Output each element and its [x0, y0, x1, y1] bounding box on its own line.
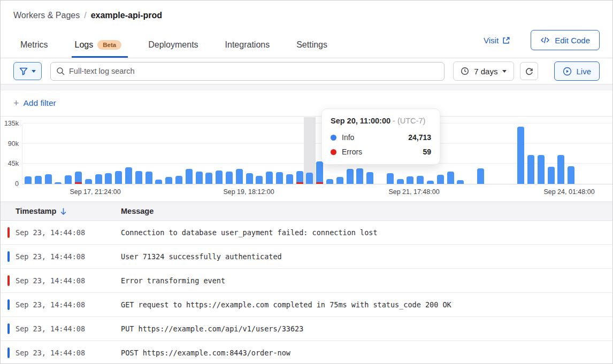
chart-bar[interactable]	[568, 166, 574, 184]
x-axis-label: Sep 24, 01:48:00	[543, 188, 594, 196]
breadcrumb-separator: /	[84, 11, 86, 20]
chart-bar[interactable]	[266, 172, 273, 184]
plus-icon: +	[13, 98, 19, 109]
log-timestamp: Sep 23, 14:44:08	[16, 252, 121, 261]
search-icon	[56, 67, 65, 76]
chart-bar[interactable]	[538, 155, 545, 184]
chart-bar[interactable]	[135, 171, 142, 184]
gridline	[22, 123, 612, 123]
chart-bar[interactable]	[226, 172, 233, 184]
chart-bar[interactable]	[286, 174, 293, 184]
chart-bar[interactable]	[387, 173, 394, 184]
chart-bar[interactable]	[256, 176, 263, 184]
chart-bar[interactable]	[115, 171, 122, 184]
log-timestamp: Sep 23, 14:44:08	[16, 348, 121, 357]
chart-plot: Sep 17, 21:24:00Sep 19, 18:12:00Sep 21, …	[22, 124, 612, 184]
info-level-indicator	[7, 323, 10, 334]
chart-bar[interactable]	[447, 172, 454, 184]
log-table-row[interactable]: Sep 23, 14:44:08User 71324 successfully …	[1, 245, 612, 269]
chart-bar[interactable]	[316, 161, 323, 184]
tooltip-series-value: 59	[423, 148, 431, 156]
chart-bar[interactable]	[196, 172, 203, 184]
chart-bar[interactable]	[517, 127, 524, 184]
filter-menu-button[interactable]	[13, 62, 42, 80]
chart-bar[interactable]	[527, 155, 534, 184]
chart-bar[interactable]	[95, 174, 102, 184]
breadcrumb: Workers & Pages / example-api-prod	[13, 1, 600, 20]
chart-bar[interactable]	[246, 173, 253, 184]
chart-bar[interactable]	[75, 172, 82, 184]
search-input[interactable]	[50, 62, 445, 81]
visit-link[interactable]: Visit	[484, 36, 510, 45]
log-message: User 71324 successfully authenticated	[121, 252, 612, 261]
log-timestamp: Sep 23, 14:44:08	[16, 300, 121, 309]
tab-deployments[interactable]: Deployments	[147, 35, 199, 58]
chart-bar[interactable]	[557, 155, 564, 184]
chart-bar[interactable]	[336, 177, 343, 184]
chart-bar[interactable]	[216, 171, 223, 184]
chart-bar[interactable]	[175, 176, 182, 184]
chart-bar[interactable]	[25, 176, 32, 184]
chart-bar[interactable]	[548, 167, 555, 184]
edit-code-button[interactable]: Edit Code	[531, 30, 600, 50]
refresh-icon	[525, 67, 534, 76]
filter-row: + Add filter	[1, 90, 612, 117]
chart-bar[interactable]	[427, 181, 434, 184]
error-level-indicator	[7, 275, 10, 286]
caret-down-icon	[502, 70, 507, 73]
chart-bar[interactable]	[35, 176, 42, 184]
breadcrumb-current: example-api-prod	[91, 11, 162, 20]
chart-bar[interactable]	[125, 167, 132, 184]
tab-label: Logs	[75, 40, 94, 50]
add-filter-button[interactable]: + Add filter	[13, 98, 56, 109]
tab-metrics[interactable]: Metrics	[19, 35, 49, 58]
tab-integrations[interactable]: Integrations	[224, 35, 271, 58]
log-table-row[interactable]: Sep 23, 14:44:08GET request to https://e…	[1, 293, 612, 317]
chart-bar[interactable]	[65, 175, 72, 184]
chart-bar[interactable]	[205, 173, 212, 184]
beta-badge: Beta	[97, 40, 121, 50]
chart-bar[interactable]	[437, 175, 444, 184]
chart-bar[interactable]	[326, 179, 333, 184]
chart-bar[interactable]	[397, 179, 404, 184]
breadcrumb-root[interactable]: Workers & Pages	[13, 11, 80, 20]
chart-bar[interactable]	[457, 180, 464, 184]
chart-bar[interactable]	[45, 174, 52, 184]
log-table-row[interactable]: Sep 23, 14:44:08POST https://example.com…	[1, 341, 612, 364]
chart-bar[interactable]	[407, 176, 413, 184]
chart-bar[interactable]	[276, 172, 283, 184]
workers-pages-logs-page: Workers & Pages / example-api-prod Metri…	[0, 0, 613, 364]
tab-logs[interactable]: LogsBeta	[74, 35, 123, 58]
code-icon	[540, 36, 550, 44]
chart-bar[interactable]	[477, 168, 484, 184]
refresh-button[interactable]	[520, 62, 538, 80]
log-table-row[interactable]: Sep 23, 14:44:08Connection to database u…	[1, 221, 612, 245]
error-segment	[296, 182, 303, 184]
x-axis-label: Sep 19, 18:12:00	[223, 188, 274, 196]
chart-bar[interactable]	[186, 169, 193, 184]
error-segment	[316, 182, 323, 184]
chart-bar[interactable]	[236, 169, 243, 184]
chart-bar[interactable]	[347, 169, 354, 184]
chart-bar[interactable]	[55, 182, 62, 184]
chart-bar[interactable]	[145, 172, 152, 184]
chart-bar[interactable]	[356, 168, 363, 184]
log-table-row[interactable]: Sep 23, 14:44:08Error transforming event	[1, 269, 612, 293]
tab-label: Integrations	[225, 40, 270, 50]
tab-settings[interactable]: Settings	[295, 35, 328, 58]
chart-bar[interactable]	[85, 179, 92, 184]
chart-bar[interactable]	[165, 177, 172, 184]
time-range-button[interactable]: 7 days	[453, 61, 514, 81]
chart-bar[interactable]	[417, 176, 424, 184]
info-level-indicator	[7, 251, 10, 262]
log-table-body: Sep 23, 14:44:08Connection to database u…	[1, 221, 612, 364]
chart-bar[interactable]	[366, 172, 373, 184]
log-table-row[interactable]: Sep 23, 14:44:08PUT https://example.com/…	[1, 317, 612, 341]
chart-bar[interactable]	[155, 180, 162, 184]
active-tab-underline	[72, 56, 128, 58]
live-button[interactable]: Live	[554, 61, 600, 81]
column-header-timestamp[interactable]: Timestamp	[16, 207, 121, 215]
chart-bar[interactable]	[105, 173, 112, 184]
chart-bar[interactable]	[306, 173, 313, 184]
chart-bar[interactable]	[296, 171, 303, 184]
